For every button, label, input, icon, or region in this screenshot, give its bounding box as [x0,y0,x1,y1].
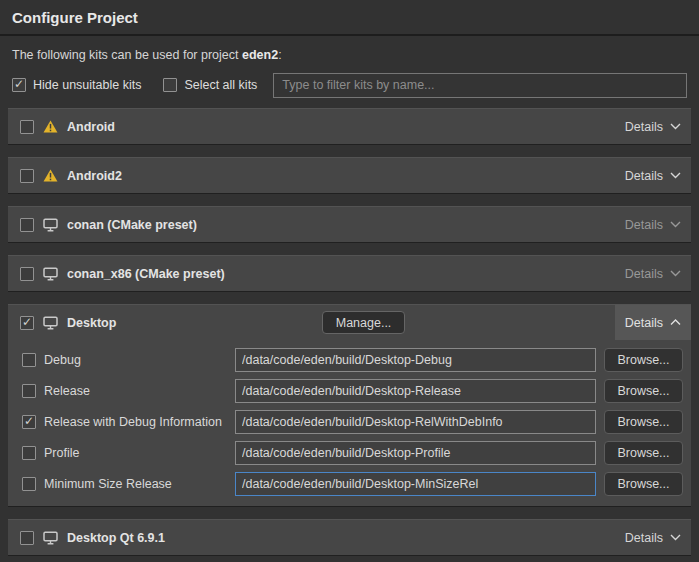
kit-header-android[interactable]: Android Details [8,109,691,144]
details-label: Details [625,169,663,183]
build-config-release-checkbox[interactable] [22,384,36,398]
kit-desktop-checkbox[interactable] [20,316,34,330]
build-config-label: Release with Debug Information [44,415,222,429]
kit-name: conan (CMake preset) [67,218,197,232]
kits-description: The following kits can be used for proje… [12,48,687,62]
chevron-up-icon [670,319,681,326]
kit-conan-x86-checkbox[interactable] [20,267,34,281]
build-config-relwithdebinfo-checkbox[interactable] [22,415,36,429]
manage-kits-button[interactable]: Manage... [322,311,406,334]
kit-panel-desktop: Desktop Details Manage... Debug Browse..… [8,304,691,506]
build-config-relwithdebinfo-toggle[interactable]: Release with Debug Information [22,415,227,429]
build-dir-input-release[interactable] [235,379,596,403]
browse-button-relwithdebinfo[interactable]: Browse... [604,410,683,434]
kit-name: Android2 [67,169,122,183]
details-label: Details [625,267,663,281]
description-suffix: : [278,48,281,62]
kit-android2-details-button[interactable]: Details [615,158,691,193]
build-config-row-profile: Profile Browse... [22,441,683,465]
kit-android-details-button[interactable]: Details [615,109,691,144]
kit-header-conan-x86[interactable]: conan_x86 (CMake preset) Details [8,256,691,291]
window-title-bar: Configure Project [0,0,699,36]
kit-filter-input[interactable] [273,73,687,98]
kit-name: Android [67,120,115,134]
select-all-kits-toggle[interactable]: Select all kits [163,78,257,92]
kit-name: conan_x86 (CMake preset) [67,267,225,281]
kit-panel-android2: Android2 Details [8,157,691,193]
select-all-kits-checkbox[interactable] [163,78,177,92]
kit-name: Desktop [67,316,116,330]
kit-name: Desktop Qt 6.9.1 [67,531,165,545]
hide-unsuitable-kits-label: Hide unsuitable kits [33,78,141,92]
build-dir-input-minsizerel[interactable] [235,472,596,496]
build-config-label: Minimum Size Release [44,477,172,491]
build-dir-input-profile[interactable] [235,441,596,465]
kit-desktop-qt-checkbox[interactable] [20,531,34,545]
chevron-down-icon [670,534,681,541]
kit-panel-android: Android Details [8,108,691,144]
build-config-minsizerel-toggle[interactable]: Minimum Size Release [22,477,227,491]
kit-list: Android Details Android2 Details [8,108,691,555]
chevron-down-icon [670,172,681,179]
kit-android-checkbox[interactable] [20,120,34,134]
chevron-down-icon [670,123,681,130]
kit-header-android2[interactable]: Android2 Details [8,158,691,193]
select-all-kits-label: Select all kits [184,78,257,92]
kit-conan-details-button[interactable]: Details [615,207,691,242]
build-config-minsizerel-checkbox[interactable] [22,477,36,491]
build-config-label: Profile [44,446,79,460]
page-title: Configure Project [12,9,687,26]
build-config-label: Debug [44,353,81,367]
build-config-row-relwithdebinfo: Release with Debug Information Browse... [22,410,683,434]
build-config-profile-toggle[interactable]: Profile [22,446,227,460]
kit-panel-conan: conan (CMake preset) Details [8,206,691,242]
kit-panel-conan-x86: conan_x86 (CMake preset) Details [8,255,691,291]
desktop-monitor-icon [43,531,58,545]
project-name: eden2 [242,48,278,62]
warning-icon [43,169,58,182]
description-prefix: The following kits can be used for proje… [12,48,242,62]
kit-conan-checkbox[interactable] [20,218,34,232]
kit-header-desktop-qt[interactable]: Desktop Qt 6.9.1 Details [8,520,691,555]
build-dir-input-debug[interactable] [235,348,596,372]
desktop-monitor-icon [43,316,58,330]
kit-header-conan[interactable]: conan (CMake preset) Details [8,207,691,242]
kit-android2-checkbox[interactable] [20,169,34,183]
details-label: Details [625,316,663,330]
browse-button-profile[interactable]: Browse... [604,441,683,465]
kit-desktop-build-configs: Debug Browse... Release Browse... Releas… [8,340,691,506]
details-label: Details [625,531,663,545]
kit-conan-x86-details-button[interactable]: Details [615,256,691,291]
kit-filter-controls: Hide unsuitable kits Select all kits [12,72,687,98]
build-config-label: Release [44,384,90,398]
build-config-row-minsizerel: Minimum Size Release Browse... [22,472,683,496]
build-config-row-release: Release Browse... [22,379,683,403]
kit-desktop-details-button[interactable]: Details [615,305,691,340]
build-config-debug-checkbox[interactable] [22,353,36,367]
details-label: Details [625,120,663,134]
warning-icon [43,120,58,133]
browse-button-debug[interactable]: Browse... [604,348,683,372]
kit-header-desktop[interactable]: Desktop Details Manage... [8,305,691,340]
desktop-monitor-icon [43,218,58,232]
hide-unsuitable-kits-checkbox[interactable] [12,78,26,92]
details-label: Details [625,218,663,232]
build-config-row-debug: Debug Browse... [22,348,683,372]
build-dir-input-relwithdebinfo[interactable] [235,410,596,434]
build-config-debug-toggle[interactable]: Debug [22,353,227,367]
browse-button-release[interactable]: Browse... [604,379,683,403]
hide-unsuitable-kits-toggle[interactable]: Hide unsuitable kits [12,78,141,92]
desktop-monitor-icon [43,267,58,281]
kit-panel-desktop-qt: Desktop Qt 6.9.1 Details [8,519,691,555]
build-config-release-toggle[interactable]: Release [22,384,227,398]
chevron-down-icon [670,270,681,277]
kit-desktop-qt-details-button[interactable]: Details [615,520,691,555]
browse-button-minsizerel[interactable]: Browse... [604,472,683,496]
chevron-down-icon [670,221,681,228]
build-config-profile-checkbox[interactable] [22,446,36,460]
